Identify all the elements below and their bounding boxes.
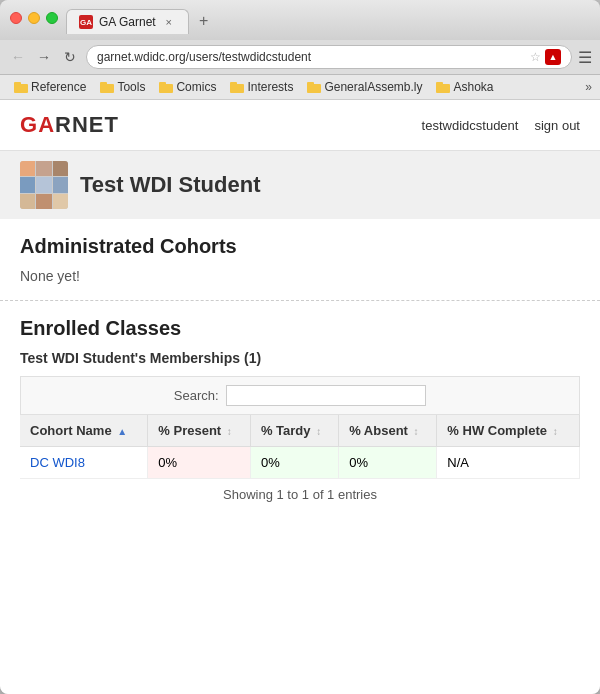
sign-out-link[interactable]: sign out — [534, 118, 580, 133]
bookmark-comics[interactable]: Comics — [153, 78, 222, 96]
bookmarks-bar: Reference Tools Comics Interests General… — [0, 75, 600, 100]
bookmark-label: Reference — [31, 80, 86, 94]
username-display: testwdidcstudent — [422, 118, 519, 133]
bookmark-ashoka[interactable]: Ashoka — [430, 78, 499, 96]
table-header-row: Cohort Name ▲ % Present ↕ % Tardy ↕ % — [20, 415, 580, 447]
sort-both-icon: ↕ — [227, 426, 232, 437]
avatar-cell — [36, 194, 51, 209]
close-button[interactable] — [10, 12, 22, 24]
admin-cohorts-title: Administrated Cohorts — [20, 235, 580, 258]
title-bar: GA GA Garnet × + — [0, 0, 600, 40]
search-input[interactable] — [226, 385, 426, 406]
active-tab[interactable]: GA GA Garnet × — [66, 9, 189, 34]
enrolled-classes-title: Enrolled Classes — [20, 317, 580, 340]
col-absent[interactable]: % Absent ↕ — [339, 415, 437, 447]
table-footer: Showing 1 to 1 of 1 entries — [20, 479, 580, 510]
logo-a: A — [38, 112, 55, 137]
bookmark-label: Comics — [176, 80, 216, 94]
sort-asc-icon: ▲ — [117, 426, 127, 437]
folder-icon — [307, 82, 321, 93]
page-content: GARNET testwdidcstudent sign out Test WD… — [0, 100, 600, 694]
logo-rest: RNET — [55, 112, 119, 137]
avatar-cell — [53, 161, 68, 176]
cell-tardy: 0% — [250, 447, 338, 479]
bookmark-label: Interests — [247, 80, 293, 94]
avatar-cell — [53, 194, 68, 209]
minimize-button[interactable] — [28, 12, 40, 24]
bookmark-reference[interactable]: Reference — [8, 78, 92, 96]
cohorts-table: Cohort Name ▲ % Present ↕ % Tardy ↕ % — [20, 415, 580, 479]
tab-bar: GA GA Garnet × + — [66, 8, 219, 34]
browser-window: GA GA Garnet × + ← → ↻ garnet.wdidc.org/… — [0, 0, 600, 694]
user-banner: Test WDI Student — [0, 151, 600, 219]
logo-g: G — [20, 112, 38, 137]
cell-absent: 0% — [339, 447, 437, 479]
admin-cohorts-empty: None yet! — [20, 268, 580, 284]
sort-both-icon: ↕ — [316, 426, 321, 437]
tab-title: GA Garnet — [99, 15, 156, 29]
avatar-cell — [36, 161, 51, 176]
back-button[interactable]: ← — [8, 47, 28, 67]
cohort-name-link[interactable]: DC WDI8 — [30, 455, 85, 470]
folder-icon — [436, 82, 450, 93]
folder-icon — [230, 82, 244, 93]
url-bar[interactable]: garnet.wdidc.org/users/testwdidcstudent … — [86, 45, 572, 69]
avatar-cell — [20, 177, 35, 192]
avatar-cell — [36, 177, 51, 192]
bookmark-label: Tools — [117, 80, 145, 94]
col-hw-complete[interactable]: % HW Complete ↕ — [437, 415, 580, 447]
user-avatar — [20, 161, 68, 209]
avatar-cell — [20, 194, 35, 209]
app-logo: GARNET — [20, 112, 119, 138]
sort-both-icon: ↕ — [553, 426, 558, 437]
avatar-cell — [20, 161, 35, 176]
app-header: GARNET testwdidcstudent sign out — [0, 100, 600, 151]
avatar-cell — [53, 177, 68, 192]
bookmark-generalassembly[interactable]: GeneralAssemb.ly — [301, 78, 428, 96]
tab-favicon: GA — [79, 15, 93, 29]
reload-button[interactable]: ↻ — [60, 47, 80, 67]
more-bookmarks-button[interactable]: » — [585, 80, 592, 94]
col-tardy[interactable]: % Tardy ↕ — [250, 415, 338, 447]
maximize-button[interactable] — [46, 12, 58, 24]
user-full-name: Test WDI Student — [80, 172, 260, 198]
menu-button[interactable]: ☰ — [578, 48, 592, 67]
search-bar: Search: — [20, 376, 580, 415]
search-label: Search: — [174, 388, 219, 403]
enrolled-classes-section: Enrolled Classes Test WDI Student's Memb… — [0, 301, 600, 526]
address-bar: ← → ↻ garnet.wdidc.org/users/testwdidcst… — [0, 40, 600, 75]
new-tab-button[interactable]: + — [189, 8, 219, 34]
bookmark-tools[interactable]: Tools — [94, 78, 151, 96]
cell-present: 0% — [148, 447, 251, 479]
forward-button[interactable]: → — [34, 47, 54, 67]
bookmark-label: GeneralAssemb.ly — [324, 80, 422, 94]
folder-icon — [100, 82, 114, 93]
traffic-lights — [10, 12, 58, 24]
shield-icon: ▲ — [545, 49, 561, 65]
cell-hw-complete: N/A — [437, 447, 580, 479]
cell-cohort-name: DC WDI8 — [20, 447, 148, 479]
bookmark-star-icon[interactable]: ☆ — [530, 50, 541, 64]
app-nav: testwdidcstudent sign out — [422, 118, 580, 133]
enrolled-classes-subtitle: Test WDI Student's Memberships (1) — [20, 350, 580, 366]
col-present[interactable]: % Present ↕ — [148, 415, 251, 447]
tab-close-button[interactable]: × — [162, 15, 176, 29]
col-cohort-name[interactable]: Cohort Name ▲ — [20, 415, 148, 447]
sort-both-icon: ↕ — [414, 426, 419, 437]
table-row: DC WDI8 0% 0% 0% N/A — [20, 447, 580, 479]
bookmark-label: Ashoka — [453, 80, 493, 94]
folder-icon — [159, 82, 173, 93]
url-text: garnet.wdidc.org/users/testwdidcstudent — [97, 50, 526, 64]
bookmark-interests[interactable]: Interests — [224, 78, 299, 96]
folder-icon — [14, 82, 28, 93]
admin-cohorts-section: Administrated Cohorts None yet! — [0, 219, 600, 301]
